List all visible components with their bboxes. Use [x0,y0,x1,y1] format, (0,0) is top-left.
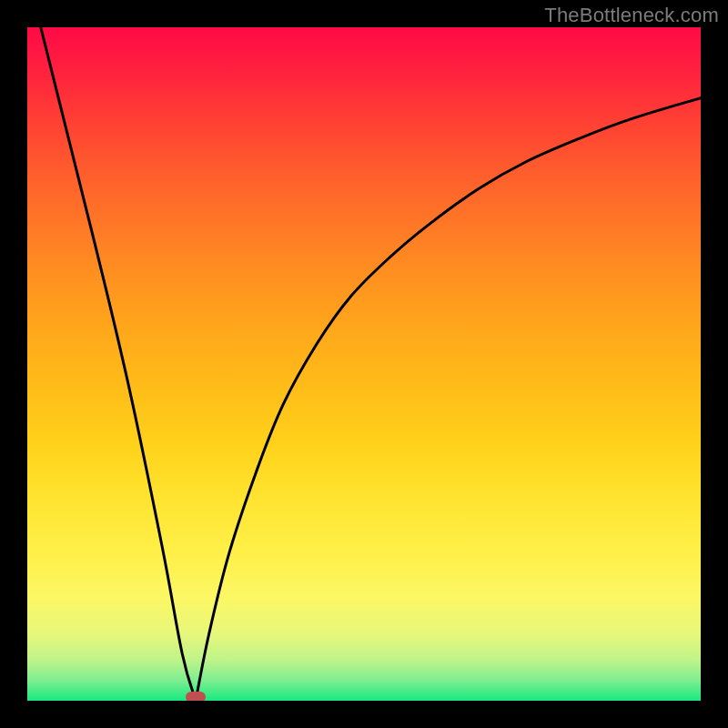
left-branch-path [41,27,196,701]
plot-area [27,27,701,701]
curve-layer [27,27,701,701]
minimum-marker [186,692,206,701]
watermark-text: TheBottleneck.com [544,4,719,27]
right-branch-path [196,98,701,701]
chart-frame: TheBottleneck.com [0,0,728,728]
